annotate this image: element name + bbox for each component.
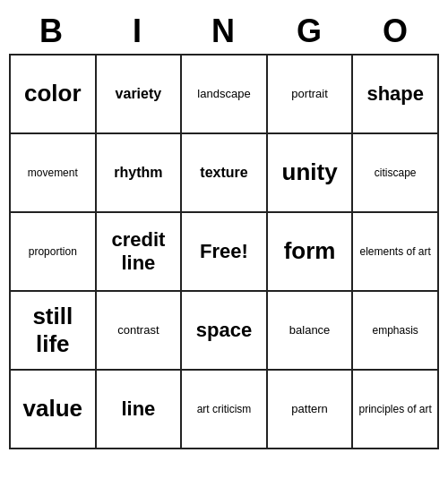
cell-text: rhythm xyxy=(114,164,162,181)
bingo-cell: unity xyxy=(268,134,354,213)
cell-text: Free! xyxy=(200,240,248,263)
cell-text: emphasis xyxy=(373,324,418,337)
cell-text: credit line xyxy=(100,228,177,276)
bingo-cell: landscape xyxy=(182,56,268,134)
bingo-cell: art criticism xyxy=(182,371,268,449)
header-letter: O xyxy=(353,9,439,54)
bingo-cell: emphasis xyxy=(353,292,439,371)
cell-text: unity xyxy=(282,158,338,186)
header-letter: I xyxy=(95,9,181,54)
bingo-cell: proportion xyxy=(11,213,97,292)
bingo-cell: texture xyxy=(182,134,268,213)
bingo-cell: citiscape xyxy=(353,134,439,213)
bingo-cell: space xyxy=(182,292,268,371)
bingo-card: BINGO colorvarietylandscapeportraitshape… xyxy=(9,9,439,449)
cell-text: elements of art xyxy=(360,245,431,258)
cell-text: art criticism xyxy=(197,403,252,415)
bingo-cell: shape xyxy=(353,56,439,134)
bingo-cell: contrast xyxy=(97,292,183,371)
cell-text: still life xyxy=(14,303,91,358)
bingo-grid: colorvarietylandscapeportraitshapemoveme… xyxy=(9,54,439,449)
bingo-cell: rhythm xyxy=(97,134,183,213)
header-letter: G xyxy=(267,9,353,54)
cell-text: line xyxy=(121,397,155,421)
cell-text: balance xyxy=(289,323,331,337)
cell-text: space xyxy=(196,319,252,342)
bingo-cell: balance xyxy=(268,292,354,371)
cell-text: variety xyxy=(116,85,162,102)
cell-text: citiscape xyxy=(375,167,417,179)
bingo-cell: movement xyxy=(11,134,97,213)
bingo-cell: line xyxy=(97,371,183,449)
cell-text: color xyxy=(24,80,82,107)
cell-text: pattern xyxy=(291,402,327,416)
bingo-cell: color xyxy=(11,56,97,134)
cell-text: form xyxy=(284,237,336,265)
header-letter: B xyxy=(9,9,95,54)
bingo-cell: pattern xyxy=(268,371,354,449)
bingo-cell: value xyxy=(11,371,97,449)
bingo-cell: portrait xyxy=(268,56,354,134)
cell-text: movement xyxy=(28,167,78,179)
cell-text: portrait xyxy=(291,87,327,101)
header-letter: N xyxy=(181,9,267,54)
bingo-cell: principles of art xyxy=(353,371,439,449)
cell-text: landscape xyxy=(197,87,250,101)
bingo-cell: Free! xyxy=(182,213,268,292)
bingo-cell: form xyxy=(268,213,354,292)
bingo-cell: still life xyxy=(11,292,97,371)
bingo-cell: variety xyxy=(97,56,183,134)
cell-text: texture xyxy=(200,164,247,181)
cell-text: contrast xyxy=(117,323,159,337)
cell-text: value xyxy=(23,395,83,423)
bingo-cell: credit line xyxy=(97,213,183,292)
cell-text: proportion xyxy=(29,245,77,258)
bingo-cell: elements of art xyxy=(353,213,439,292)
cell-text: principles of art xyxy=(359,403,432,415)
bingo-header: BINGO xyxy=(9,9,439,54)
cell-text: shape xyxy=(366,82,424,106)
